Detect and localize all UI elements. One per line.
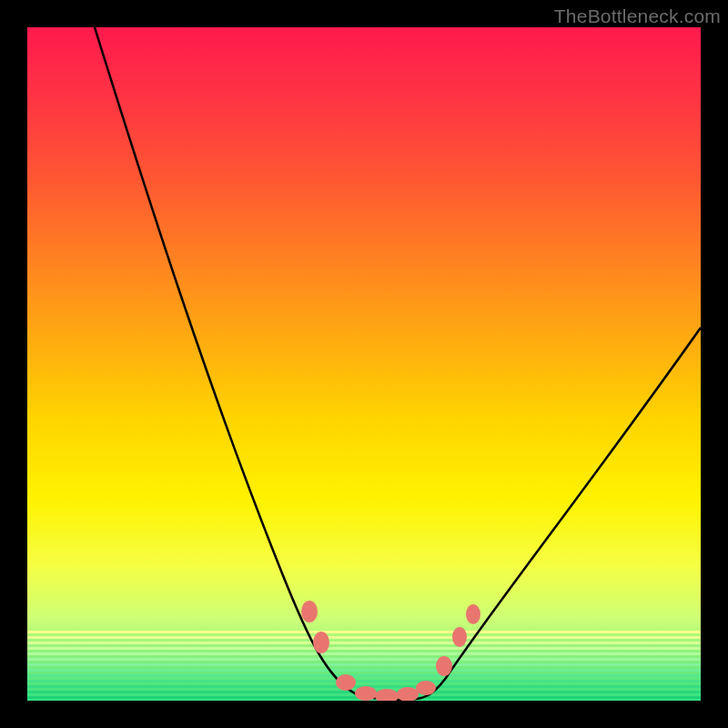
flat-marker-5 (416, 681, 436, 695)
flat-marker-1 (336, 674, 356, 691)
chart-frame: TheBottleneck.com (0, 0, 728, 728)
left-marker-2 (313, 632, 329, 653)
bottleneck-curve (95, 27, 701, 700)
right-marker-3 (466, 604, 480, 624)
watermark-text: TheBottleneck.com (554, 5, 721, 27)
flat-marker-3 (375, 689, 399, 701)
left-marker-1 (301, 601, 318, 622)
flat-marker-2 (355, 686, 377, 701)
plot-area (27, 27, 701, 701)
right-marker-2 (452, 627, 467, 647)
marker-group (301, 601, 480, 701)
flat-marker-4 (397, 687, 419, 701)
chart-svg (27, 27, 701, 701)
right-marker-1 (436, 656, 452, 676)
